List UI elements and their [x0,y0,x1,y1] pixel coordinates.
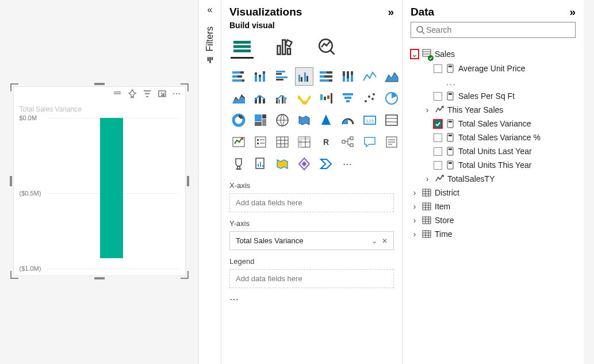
svg-rect-107 [449,135,452,136]
tab-analytics[interactable] [316,36,339,59]
paginated-report-icon[interactable] [251,155,270,173]
power-automate-icon[interactable] [317,155,335,173]
decomposition-tree-icon[interactable] [339,133,357,151]
multi-row-card-icon[interactable] [382,111,401,129]
more-wells-icon[interactable]: ⋯ [229,294,394,305]
pie-icon[interactable] [382,89,401,108]
clustered-column-chart-icon[interactable] [295,67,313,86]
gauge-icon[interactable] [339,111,357,129]
expand-filters-icon[interactable]: « [208,5,213,15]
focus-mode-icon[interactable] [158,89,167,98]
map-icon[interactable] [273,111,292,129]
x-axis-well[interactable]: Add data fields here [229,193,394,212]
table-icon[interactable] [273,133,292,151]
field-total-sales-ty[interactable]: › TotalSalesTY [411,172,576,186]
clustered-bar-chart-icon[interactable] [273,67,292,86]
get-more-visuals-icon[interactable]: ⋯ [339,155,357,173]
line-stacked-column-icon[interactable] [251,89,270,108]
table-time[interactable]: › Time [411,227,576,241]
table-store[interactable]: › Store [411,213,576,227]
field-checkbox[interactable] [434,133,442,142]
filters-collapsed-panel[interactable]: « Filters [198,0,221,364]
svg-point-54 [373,93,375,95]
svg-rect-11 [255,75,257,82]
bar-total-sales-variance[interactable] [100,118,123,258]
legend-well[interactable]: Add data fields here [229,269,394,288]
chevron-right-icon[interactable]: › [411,202,419,211]
kpi-icon[interactable] [229,133,248,151]
svg-rect-21 [298,75,300,82]
chevron-right-icon[interactable]: › [423,105,431,114]
arcgis-icon[interactable] [273,155,292,173]
chevron-right-icon[interactable]: › [411,188,419,197]
field-sales-per-sq-ft[interactable]: Sales Per Sq Ft [411,89,576,103]
donut-icon[interactable] [229,111,248,129]
field-label: Total Units This Year [458,160,531,170]
field-checkbox[interactable] [434,64,442,73]
stacked-bar-chart-icon[interactable] [229,67,248,86]
tab-format-visual[interactable] [273,36,296,59]
field-checkbox[interactable] [434,92,442,101]
collapse-data-icon[interactable]: » [569,6,576,18]
visualizations-panel: Visualizations » Build visual [221,0,403,364]
chevron-right-icon[interactable]: › [411,229,419,239]
line-chart-icon[interactable] [361,67,379,86]
field-label: Total Units Last Year [458,147,532,156]
search-input[interactable] [425,25,570,35]
area-chart-icon[interactable] [382,67,401,86]
field-total-units-last-year[interactable]: Total Units Last Year [411,144,576,158]
tab-build-visual[interactable] [231,36,254,59]
goals-icon[interactable] [229,155,248,173]
scatter-icon[interactable] [361,89,379,108]
waterfall-icon[interactable] [317,89,335,108]
card-icon[interactable]: 123 [361,111,379,129]
stacked-column-chart-icon[interactable] [251,67,270,86]
filled-map-icon[interactable] [295,111,313,129]
y-axis-well[interactable]: Total Sales Variance ⌄ ✕ [229,231,394,250]
field-total-units-this-year[interactable]: Total Units This Year [411,158,576,172]
field-checkbox[interactable] [434,161,442,170]
report-canvas[interactable]: ⋯ Total Sales Variance $0.0M ($0.5M) ($1… [0,0,198,364]
field-average-unit-price[interactable]: Average Unit Price [411,62,576,75]
search-box[interactable] [411,22,576,38]
stacked-area-icon[interactable] [229,89,248,108]
field-this-year-sales[interactable]: › This Year Sales [411,103,576,117]
collapse-viz-icon[interactable]: » [388,6,394,18]
r-visual-icon[interactable]: R [317,133,335,151]
field-total-sales-variance[interactable]: Total Sales Variance [411,117,576,131]
table-district[interactable]: › District [411,186,576,200]
remove-field-icon[interactable]: ✕ [382,237,388,245]
funnel-icon[interactable] [339,89,357,108]
pin-icon[interactable] [128,89,137,98]
ribbon-chart-icon[interactable] [295,89,313,108]
well-label-legend: Legend [229,257,394,266]
chevron-right-icon[interactable]: › [423,174,431,183]
drag-handle-icon[interactable] [113,89,122,98]
field-checkbox[interactable] [434,147,442,156]
100-stacked-column-icon[interactable] [339,67,357,86]
svg-rect-69 [257,139,259,141]
chevron-down-icon[interactable]: ⌄ [411,49,419,59]
field-overflow[interactable]: ... [411,75,576,89]
100-stacked-bar-icon[interactable] [317,67,335,86]
matrix-icon[interactable] [295,133,313,151]
narrative-icon[interactable] [382,133,401,151]
line-clustered-column-icon[interactable] [273,89,292,108]
chevron-right-icon[interactable]: › [411,216,419,225]
chevron-down-icon[interactable]: ⌄ [371,237,377,245]
azure-map-icon[interactable] [317,111,335,129]
more-options-icon[interactable]: ⋯ [173,89,182,98]
treemap-icon[interactable] [251,111,270,129]
field-total-sales-variance-pct[interactable]: Total Sales Variance % [411,131,576,144]
slicer-icon[interactable] [251,133,270,151]
table-item[interactable]: › Item [411,200,576,213]
table-sales[interactable]: ⌄ Sales [411,46,576,62]
visual-tile[interactable]: ⋯ Total Sales Variance $0.0M ($0.5M) ($1… [13,86,186,276]
field-checkbox[interactable] [434,120,442,128]
qna-icon[interactable] [361,133,379,151]
svg-rect-93 [260,162,261,167]
filters-label[interactable]: Filters [205,26,215,64]
filter-icon[interactable] [143,89,152,98]
svg-rect-47 [331,93,332,104]
power-apps-icon[interactable] [295,155,313,173]
